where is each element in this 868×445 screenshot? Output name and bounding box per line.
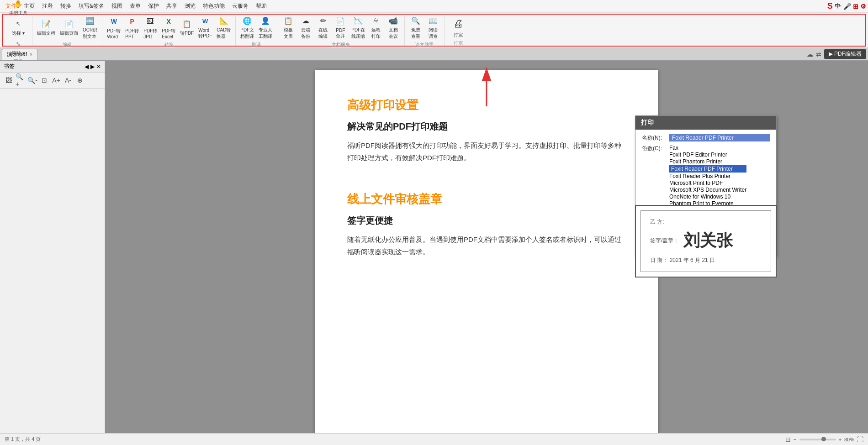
hand-tool-button[interactable]: ✋ 手型工具 — [7, 0, 29, 17]
check-icon: 🔍 — [410, 15, 421, 26]
menu-item-view[interactable]: 视图 — [108, 1, 126, 11]
menu-item-help[interactable]: 帮助 — [252, 1, 270, 11]
word-to-pdf-button[interactable]: W Word转PDF — [196, 15, 214, 40]
zoom-minus-button[interactable]: − — [794, 437, 796, 442]
print-dialog-title: 打印 — [635, 116, 776, 130]
sidebar-close-button[interactable]: ✕ — [96, 63, 101, 70]
cloud-backup-button[interactable]: ☁ 云端备份 — [297, 14, 314, 41]
doc-meeting-icon: 📹 — [388, 15, 399, 26]
print-value-name: Foxit Reader PDF Printer — [669, 134, 770, 141]
word-to-pdf-icon: W — [200, 16, 211, 27]
pdf-to-excel-label: PDF转Excel — [162, 28, 175, 39]
sidebar-icon-zoom-fit[interactable]: ⊡ — [39, 75, 49, 85]
template-button[interactable]: 📋 模板文库 — [280, 14, 296, 41]
edit-row: 📝 编辑文档 📄 编辑页面 🔤 OCR识别文本 — [35, 14, 99, 41]
zoom-slider[interactable] — [799, 439, 836, 440]
pdf-to-word-button[interactable]: W PDF转Word — [105, 15, 122, 40]
menu-item-special[interactable]: 特色功能 — [199, 1, 228, 11]
menu-item-form[interactable]: 表单 — [126, 1, 144, 11]
sidebar-next-button[interactable]: ▶ — [90, 63, 95, 70]
sig-title: 线上文件审核盖章 — [347, 191, 626, 207]
print-option-ms-pdf: Microsoft Print to PDF — [669, 180, 746, 186]
edit-page-button[interactable]: 📄 编辑页面 — [58, 17, 80, 37]
sidebar-title: 书签 — [4, 63, 15, 70]
sidebar-icon-extra[interactable]: ⊕ — [75, 75, 85, 85]
select-button[interactable]: ↖ 选择 ▾ — [10, 17, 26, 37]
to-pdf-icon: 📋 — [181, 18, 192, 29]
sidebar-icon-font-large[interactable]: A+ — [51, 75, 61, 85]
sig-subtitle: 签字更便捷 — [347, 215, 626, 227]
hand-tool-label: 手型工具 — [9, 10, 27, 16]
translate-group-label: 翻译 — [252, 42, 261, 48]
edit-doc-button[interactable]: 📝 编辑文档 — [35, 17, 57, 37]
pdf-compress-button[interactable]: 📉 PDF在线压缩 — [349, 14, 367, 41]
convert-row: W PDF转Word P PDF转PPT 🖼 PDF转JPG X PDF转Exc… — [105, 14, 233, 41]
cloud-icon: ☁ — [300, 15, 311, 26]
sidebar-prev-button[interactable]: ◀ — [85, 63, 89, 70]
doc-meeting-button[interactable]: 📹 文档会议 — [385, 14, 402, 41]
menu-item-cloud[interactable]: 云服务 — [228, 1, 252, 11]
ocr-button[interactable]: 🔤 OCR识别文本 — [81, 14, 99, 41]
menu-item-browse[interactable]: 浏览 — [181, 1, 199, 11]
to-pdf-button[interactable]: 📋 转PDF — [178, 17, 196, 37]
menu-item-sign[interactable]: 填写&签名 — [75, 1, 108, 11]
print-option-phantom: Foxit Phantom Printer — [669, 158, 746, 165]
remote-print-icon: 🖨 — [370, 15, 381, 26]
doc-service-group-label: 文档服务 — [332, 42, 350, 48]
pdf-to-excel-button[interactable]: X PDF转Excel — [160, 15, 177, 40]
print-large-button[interactable]: 🖨 打宽 — [448, 16, 468, 39]
pdf-to-ppt-button[interactable]: P PDF转PPT — [123, 15, 141, 40]
toolbar-group-tools: ✋ 手型工具 ↖ 选择 ▾ ⤡ 缩放 ▾ 工具 — [5, 16, 32, 46]
zoom-button[interactable]: ⤡ 缩放 ▾ — [10, 37, 26, 58]
menu-item-annotate[interactable]: 注释 — [38, 1, 57, 11]
page-info: 第 1 页，共 4 页 — [5, 436, 41, 443]
expand-button[interactable]: ⊡ — [785, 436, 791, 443]
print-label-name: 名称(N): — [642, 134, 669, 142]
main-area: 书签 ◀ ▶ ✕ 🖼 🔍+ 🔍- ⊡ A+ A- ⊕ 📌 📄 💬 — [0, 61, 868, 444]
fullscreen-button[interactable]: ⛶ — [857, 436, 863, 443]
pdf-editor-label: ▶ PDF编辑器 — [829, 51, 862, 57]
pdf-to-jpg-button[interactable]: 🖼 PDF转JPG — [142, 15, 159, 40]
sidebar-icon-font-small[interactable]: A- — [63, 75, 73, 85]
tab-close-button[interactable]: × — [30, 52, 32, 57]
check-duplicate-button[interactable]: 🔍 免费查重 — [408, 14, 424, 41]
tools-row: ✋ 手型工具 — [7, 0, 29, 17]
check-duplicate-label: 免费查重 — [411, 27, 420, 40]
edit-page-label: 编辑页面 — [60, 30, 78, 37]
zoom-plus-button[interactable]: + — [839, 437, 842, 442]
pdf-editor-button[interactable]: ▶ PDF编辑器 — [824, 49, 866, 59]
sidebar-nav: ◀ ▶ ✕ — [85, 63, 101, 70]
sidebar-icon-zoom-out[interactable]: 🔍- — [27, 75, 37, 85]
cad-convert-button[interactable]: 📐 CAD转换器 — [215, 14, 233, 41]
sig-field-label: 签字/盖章： — [650, 237, 679, 245]
translate-row: 🌐 PDF文档翻译 👤 专业人工翻译 — [238, 14, 274, 41]
sidebar-icon-image[interactable]: 🖼 — [4, 75, 14, 85]
online-edit-button[interactable]: ✏ 在线编辑 — [315, 14, 331, 41]
pdf-merge-label: PDF合并 — [336, 28, 345, 39]
word-icon: W — [108, 16, 119, 27]
paper-row: 🔍 免费查重 📖 阅读调查 — [408, 14, 441, 41]
sidebar-icon-zoom-in[interactable]: 🔍+ — [16, 75, 26, 85]
human-translate-button[interactable]: 👤 专业人工翻译 — [257, 14, 274, 41]
sohu-logo: S 中· 🎤 ⊞ ⚙ — [827, 1, 866, 11]
ppt-icon: P — [127, 16, 138, 27]
ocr-icon: 🔤 — [85, 15, 95, 26]
pdf-translate-button[interactable]: 🌐 PDF文档翻译 — [238, 14, 256, 41]
reading-survey-button[interactable]: 📖 阅读调查 — [425, 14, 441, 41]
zoom-label: 缩放 ▾ — [12, 50, 25, 57]
remote-print-button[interactable]: 🖨 远程打印 — [368, 14, 384, 41]
toolbar: ✋ 手型工具 ↖ 选择 ▾ ⤡ 缩放 ▾ 工具 — [2, 14, 866, 47]
menu-item-protect[interactable]: 保护 — [144, 1, 163, 11]
menu-item-convert[interactable]: 转换 — [57, 1, 75, 11]
pdf-merge-icon: 📄 — [335, 16, 346, 27]
pdf-to-ppt-label: PDF转PPT — [125, 28, 139, 39]
pdf-translate-icon: 🌐 — [242, 15, 253, 26]
top-right-icons: S 中· 🎤 ⊞ ⚙ — [827, 1, 866, 11]
pdf-merge-button[interactable]: 📄 PDF合并 — [332, 15, 349, 40]
zoom-control: ⊡ − + 80% ⛶ — [785, 436, 863, 443]
jpg-icon: 🖼 — [145, 16, 156, 27]
sig-date-value: 2021 年 6 月 21 日 — [670, 257, 715, 263]
menu-item-share[interactable]: 共享 — [163, 1, 181, 11]
print-option-xps: Microsoft XPS Document Writer — [669, 187, 746, 193]
sig-date-label: 日 期： — [650, 257, 668, 263]
